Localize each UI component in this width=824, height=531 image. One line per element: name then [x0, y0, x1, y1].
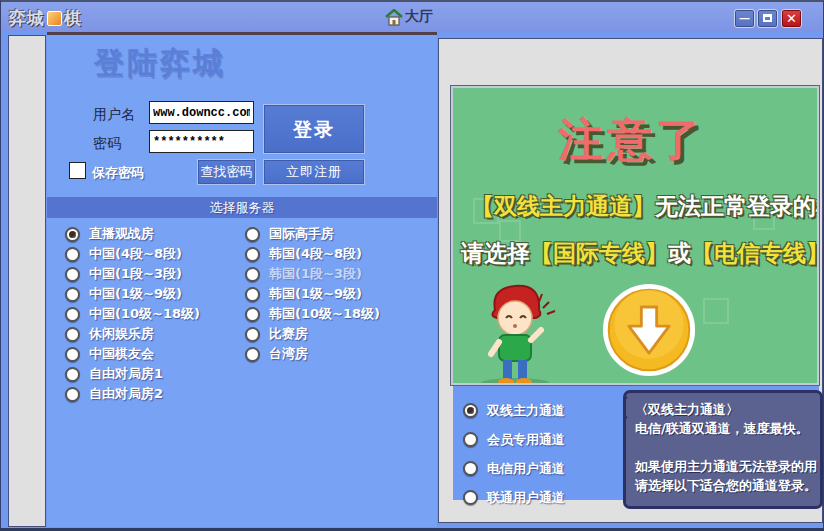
- titlebar: 弈城棋 大厅 — ✕: [1, 2, 823, 32]
- logo-text-right: 棋: [64, 7, 82, 30]
- maximize-button[interactable]: [757, 9, 778, 28]
- radio-icon: [463, 403, 478, 418]
- promo-deco-square: [703, 298, 729, 324]
- radio-icon: [65, 367, 80, 382]
- app-logo: 弈城棋: [9, 7, 82, 30]
- login-button[interactable]: 登录: [263, 104, 365, 154]
- tooltip-line: 电信/联通双通道，速度最快。: [635, 419, 811, 438]
- download-button[interactable]: [601, 282, 697, 378]
- promo-headline: 注意了: [558, 110, 705, 170]
- server-option[interactable]: 中国棋友会: [65, 344, 200, 364]
- radio-icon: [463, 461, 478, 476]
- promo-banner: 注意了 【双线主力通道】无法正常登录的棋 请选择【国际专线】或【电信专线】通: [451, 86, 819, 385]
- radio-icon: [463, 432, 478, 447]
- tooltip-spacer: [635, 438, 811, 457]
- server-option[interactable]: 韩国(4段~8段): [245, 244, 380, 264]
- server-option[interactable]: 自由对局房2: [65, 384, 200, 404]
- tooltip-title: 〈双线主力通道〉: [635, 400, 811, 419]
- password-input[interactable]: [149, 130, 254, 153]
- app-window: 弈城棋 大厅 — ✕ 登陆弈城 用户名 密码 登录 保存密码 查找密码 立即注册…: [0, 0, 824, 531]
- radio-icon: [65, 327, 80, 342]
- login-panel: 登陆弈城 用户名 密码 登录 保存密码 查找密码 立即注册 选择服务器 直播观战…: [47, 32, 437, 527]
- login-title: 登陆弈城: [94, 43, 226, 84]
- server-option[interactable]: 中国(10级~18级): [65, 304, 200, 324]
- maximize-icon: [763, 14, 772, 22]
- register-button[interactable]: 立即注册: [263, 159, 365, 185]
- server-list-left-column: 直播观战房 中国(4段~8段) 中国(1段~3段) 中国(1级~9级) 中国(1…: [65, 224, 200, 404]
- radio-icon: [245, 347, 260, 362]
- home-icon: [385, 9, 403, 26]
- promo-line-2: 请选择【国际专线】或【电信专线】通: [461, 238, 819, 269]
- save-password-checkbox[interactable]: [69, 162, 86, 179]
- promo-line-1: 【双线主力通道】无法正常登录的棋: [471, 191, 819, 222]
- radio-icon: [65, 267, 80, 282]
- radio-icon: [245, 327, 260, 342]
- server-option[interactable]: 直播观战房: [65, 224, 200, 244]
- radio-icon: [245, 227, 260, 242]
- password-label: 密码: [93, 135, 121, 153]
- server-option[interactable]: 台湾房: [245, 344, 380, 364]
- channel-tooltip: 〈双线主力通道〉 电信/联通双通道，速度最快。 如果使用主力通道无法登录的用 请…: [623, 390, 823, 509]
- find-password-button[interactable]: 查找密码: [197, 159, 256, 185]
- server-option[interactable]: 韩国(1级~9级): [245, 284, 380, 304]
- lobby-label: 大厅: [405, 8, 433, 26]
- radio-icon: [245, 307, 260, 322]
- radio-icon: [65, 227, 80, 242]
- server-list-right-column: 国际高手房 韩国(4段~8段) 韩国(1段~3段) 韩国(1级~9级) 韩国(1…: [245, 224, 380, 364]
- username-label: 用户名: [93, 106, 135, 124]
- server-option[interactable]: 比赛房: [245, 324, 380, 344]
- tooltip-line: 请选择以下适合您的通道登录。: [635, 476, 811, 495]
- radio-icon: [65, 247, 80, 262]
- server-option[interactable]: 国际高手房: [245, 224, 380, 244]
- radio-icon: [65, 307, 80, 322]
- server-option[interactable]: 中国(1级~9级): [65, 284, 200, 304]
- server-option[interactable]: 自由对局房1: [65, 364, 200, 384]
- radio-icon: [245, 247, 260, 262]
- lobby-button[interactable]: 大厅: [385, 8, 433, 26]
- username-input[interactable]: [149, 101, 254, 124]
- server-option[interactable]: 韩国(10级~18级): [245, 304, 380, 324]
- radio-icon: [245, 267, 260, 282]
- server-option[interactable]: 中国(1段~3段): [65, 264, 200, 284]
- cartoon-boy-illustration: [465, 280, 565, 385]
- radio-icon: [65, 387, 80, 402]
- radio-icon: [245, 287, 260, 302]
- tooltip-line: 如果使用主力通道无法登录的用: [635, 457, 811, 476]
- server-option[interactable]: 休闲娱乐房: [65, 324, 200, 344]
- go-stone-icon: [47, 11, 62, 26]
- server-select-header: 选择服务器: [47, 197, 437, 218]
- radio-icon: [463, 490, 478, 505]
- server-option[interactable]: 韩国(1段~3段): [245, 264, 380, 284]
- radio-icon: [65, 287, 80, 302]
- server-option[interactable]: 中国(4段~8段): [65, 244, 200, 264]
- logo-text-left: 弈城: [9, 7, 45, 30]
- right-panel: 注意了 【双线主力通道】无法正常登录的棋 请选择【国际专线】或【电信专线】通: [438, 38, 823, 523]
- minimize-button[interactable]: —: [734, 9, 755, 28]
- left-side-panel: [8, 35, 46, 527]
- close-button[interactable]: ✕: [781, 9, 802, 28]
- radio-icon: [65, 347, 80, 362]
- save-password-label: 保存密码: [92, 164, 144, 182]
